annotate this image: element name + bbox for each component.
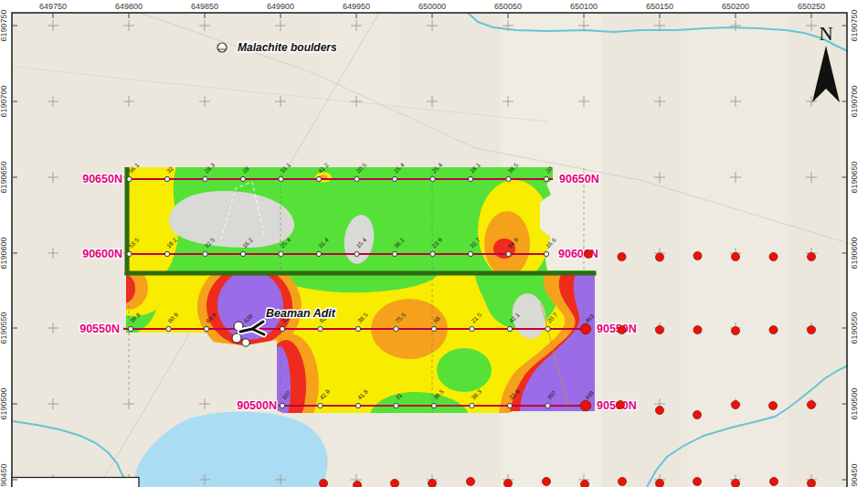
sample-dot — [731, 252, 739, 260]
station-marker — [316, 251, 321, 256]
sample-dot — [768, 401, 777, 409]
terrain-shade — [687, 13, 788, 487]
sample-dot — [731, 400, 739, 408]
station-marker — [506, 176, 511, 181]
station-marker — [468, 176, 472, 181]
northing-tick-label: 6190550 — [850, 312, 859, 344]
northing-tick-label: 6190750 — [850, 9, 859, 41]
sample-dot — [466, 477, 474, 485]
survey-line-label: 90600N — [82, 248, 122, 260]
station-marker — [392, 251, 397, 256]
north-label: N — [819, 23, 832, 45]
pit-outline-west — [125, 167, 130, 275]
station-marker — [203, 251, 207, 256]
sample-dot — [769, 252, 778, 260]
sample-dot — [807, 479, 815, 487]
sample-dot — [769, 325, 778, 333]
sample-dot — [655, 406, 663, 414]
northing-tick-label: 6190650 — [850, 161, 859, 193]
easting-tick-label: 650200 — [722, 2, 749, 11]
survey-line-label: 90650N — [82, 173, 122, 185]
station-marker — [127, 251, 132, 256]
sample-dot — [618, 252, 626, 260]
northing-tick-label: 6190600 — [0, 237, 8, 269]
sample-dot — [693, 325, 702, 333]
sample-dot — [616, 400, 624, 408]
sample-dot — [390, 479, 398, 487]
beaman-adit-label: Beaman Adit — [266, 307, 336, 320]
station-marker — [544, 176, 548, 181]
northing-tick-label: 6190550 — [0, 312, 8, 344]
survey-line-label: 90500N — [237, 399, 277, 412]
station-marker — [470, 403, 474, 408]
station-marker — [507, 403, 512, 408]
station-marker — [164, 251, 169, 256]
sample-dot — [428, 479, 436, 487]
sample-dot — [319, 479, 327, 487]
station-marker — [355, 403, 360, 408]
station-marker — [166, 326, 171, 331]
station-marker — [545, 326, 550, 331]
easting-tick-label: 650100 — [570, 2, 598, 11]
sample-dot — [807, 325, 815, 333]
station-marker — [164, 176, 169, 181]
legend-box — [12, 478, 139, 487]
station-marker — [430, 176, 435, 181]
sample-dot — [580, 480, 588, 487]
easting-tick-label: 649850 — [191, 2, 218, 11]
station-marker — [545, 403, 550, 408]
station-marker — [394, 403, 398, 408]
sample-dot — [731, 326, 739, 334]
easting-tick-label: 650150 — [646, 2, 673, 11]
sample-dot — [580, 400, 591, 411]
sample-dot — [584, 249, 592, 258]
sample-dot — [655, 479, 663, 487]
sample-dot — [807, 252, 815, 260]
station-marker — [279, 176, 283, 181]
northing-tick-label: 6190450 — [0, 463, 8, 487]
station-marker — [544, 251, 548, 256]
easting-tick-label: 650000 — [418, 2, 446, 11]
survey-map: 90650N90650N56.13228.32833.141.220.525.4… — [0, 0, 868, 487]
station-marker — [240, 176, 245, 181]
easting-tick-label: 649950 — [343, 2, 370, 11]
station-marker — [203, 176, 207, 181]
sample-dot — [655, 325, 663, 333]
station-marker — [318, 326, 323, 331]
station-marker — [280, 326, 284, 331]
easting-tick-label: 649900 — [267, 2, 294, 11]
station-marker — [470, 326, 474, 331]
station-marker — [204, 326, 208, 331]
northing-tick-label: 6190650 — [0, 161, 8, 193]
sample-dot — [542, 477, 550, 485]
northing-tick-label: 6190700 — [0, 85, 8, 117]
sample-dot — [693, 251, 702, 259]
sample-dot — [731, 479, 739, 487]
sample-dot — [693, 410, 701, 418]
station-marker — [394, 326, 398, 331]
sample-dot — [807, 400, 815, 408]
station-marker — [468, 251, 472, 256]
station-marker — [392, 176, 397, 181]
station-marker — [316, 176, 321, 181]
station-marker — [280, 403, 284, 408]
malachite-boulders-symbol — [217, 43, 227, 52]
station-marker — [127, 176, 132, 181]
malachite-boulders-label: Malachite boulders — [238, 41, 337, 54]
map-canvas[interactable]: 90650N90650N56.13228.32833.141.220.525.4… — [0, 0, 868, 487]
sample-dot — [769, 477, 778, 485]
sample-dot — [618, 325, 626, 333]
station-marker — [355, 251, 359, 256]
sample-dot — [618, 477, 626, 485]
northing-tick-label: 6190700 — [850, 85, 859, 117]
station-marker — [506, 251, 511, 256]
station-marker — [431, 403, 436, 408]
sample-dot — [353, 481, 361, 487]
station-marker — [318, 403, 323, 408]
sample-dot — [580, 323, 591, 334]
easting-tick-label: 650250 — [798, 2, 825, 11]
sample-dot — [693, 477, 701, 485]
station-marker — [507, 326, 512, 331]
station-marker — [431, 326, 436, 331]
easting-tick-label: 649800 — [115, 2, 143, 11]
